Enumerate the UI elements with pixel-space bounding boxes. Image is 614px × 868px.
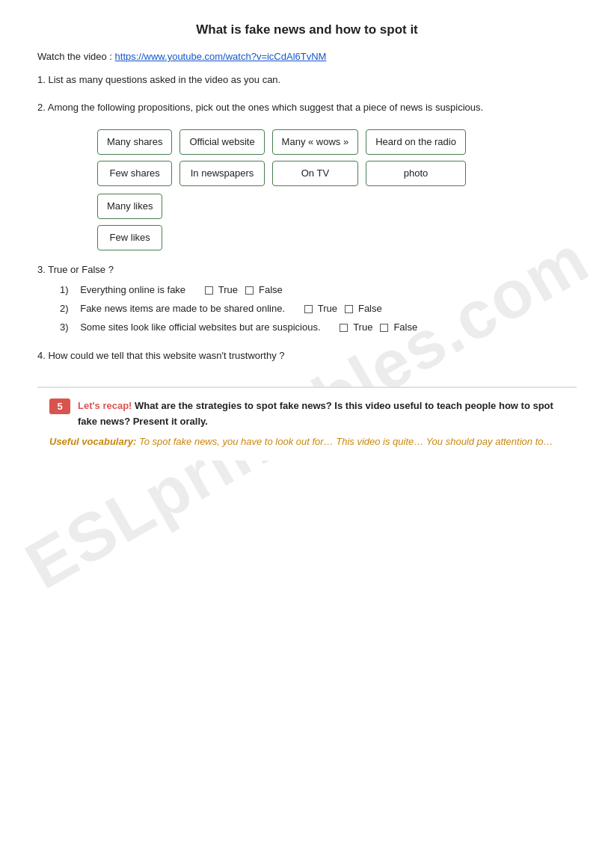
q2-num: 2. — [37, 102, 46, 113]
tf-item-2-text — [73, 300, 76, 318]
tag-many-wows: Many « wows » — [272, 129, 359, 155]
tf-item-1-body: Everything online is fake — [80, 281, 185, 300]
tf-item-3-body: Some sites look like official websites b… — [80, 318, 320, 337]
tag-few-shares: Few shares — [97, 161, 172, 186]
recap-num: 5 — [49, 398, 70, 414]
watch-line: Watch the video : https://www.youtube.co… — [37, 51, 577, 62]
tag-on-tv: On TV — [272, 161, 359, 186]
tf-item-1-text — [73, 281, 76, 300]
tf-2-true-checkbox[interactable] — [304, 305, 313, 313]
tags-col-3: Heard on the radio photo — [366, 129, 466, 186]
tf-1-true-checkbox[interactable] — [205, 286, 213, 295]
tag-heard-radio: Heard on the radio — [366, 129, 466, 155]
recap-bold-text: What are the strategies to spot fake new… — [78, 400, 553, 427]
tf-3-true-checkbox[interactable] — [340, 324, 348, 332]
tags-col-0: Many shares Few shares — [97, 129, 172, 186]
tf-item-2-num: 2) — [60, 300, 69, 318]
question-4: 4. How could we tell that this website w… — [37, 348, 577, 364]
tf-items: 1) Everything online is fake True False … — [60, 281, 577, 336]
tag-photo: photo — [366, 161, 466, 186]
tag-official-website: Official website — [179, 129, 264, 155]
tf-item-1-num: 1) — [60, 281, 69, 300]
tf-item-2-body: Fake news items are made to be shared on… — [80, 300, 285, 318]
tf-row-2: 2) Fake news items are made to be shared… — [60, 300, 577, 318]
tags-area: Many shares Few shares Official website … — [97, 129, 531, 251]
tf-1-false-label: False — [259, 281, 283, 300]
tf-1-false-checkbox[interactable] — [245, 286, 254, 295]
watch-label: Watch the video : — [37, 51, 115, 62]
recap-section: 5 Let's recap! What are the strategies t… — [37, 387, 577, 460]
page-title: What is fake news and how to spot it — [37, 22, 577, 37]
recap-text: Let's recap! What are the strategies to … — [78, 398, 565, 430]
question-3: 3. True or False ? 1) Everything online … — [37, 264, 577, 336]
tag-few-likes: Few likes — [97, 225, 162, 250]
question-2: 2. Among the following propositions, pic… — [37, 100, 577, 116]
question-1: 1. List as many questions asked in the v… — [37, 73, 577, 88]
tag-many-shares: Many shares — [97, 129, 172, 155]
q4-body: How could we tell that this website wasn… — [48, 350, 284, 361]
tags-col-1: Official website In newspapers — [179, 129, 264, 186]
tf-heading: 3. True or False ? — [37, 264, 577, 275]
tf-1-true-label: True — [218, 281, 238, 300]
vocab-text: To spot fake news, you have to look out … — [136, 436, 553, 447]
tf-3-false-label: False — [393, 318, 417, 337]
vocab-label: Useful vocabulary: — [49, 436, 136, 447]
lets-recap-label: Let's recap! — [78, 400, 132, 411]
q4-num: 4. — [37, 350, 46, 361]
tf-title-text: True or False ? — [48, 264, 114, 275]
tf-2-true-label: True — [318, 300, 337, 318]
tf-row-3: 3) Some sites look like official website… — [60, 318, 577, 337]
tags-col-2: Many « wows » On TV — [272, 129, 359, 186]
q1-num: 1. — [37, 74, 46, 85]
tf-3-false-checkbox[interactable] — [380, 324, 388, 332]
tf-item-3-num: 3) — [60, 318, 69, 337]
tf-3-true-label: True — [353, 318, 372, 337]
tags-col-4: Many likes Few likes — [97, 194, 162, 250]
tag-many-likes: Many likes — [97, 194, 162, 219]
video-link[interactable]: https://www.youtube.com/watch?v=icCdAl6T… — [115, 51, 327, 62]
tf-item-3-text — [73, 318, 76, 337]
tf-row-1: 1) Everything online is fake True False — [60, 281, 577, 300]
q2-body: Among the following propositions, pick o… — [48, 102, 483, 113]
vocab-line: Useful vocabulary: To spot fake news, yo… — [49, 434, 565, 450]
q1-text-content: List as many questions asked in the vide… — [48, 74, 280, 85]
tf-num: 3. — [37, 264, 46, 275]
tf-2-false-checkbox[interactable] — [345, 305, 353, 313]
tag-in-newspapers: In newspapers — [179, 161, 264, 186]
recap-header: 5 Let's recap! What are the strategies t… — [49, 398, 565, 430]
tf-2-false-label: False — [358, 300, 382, 318]
